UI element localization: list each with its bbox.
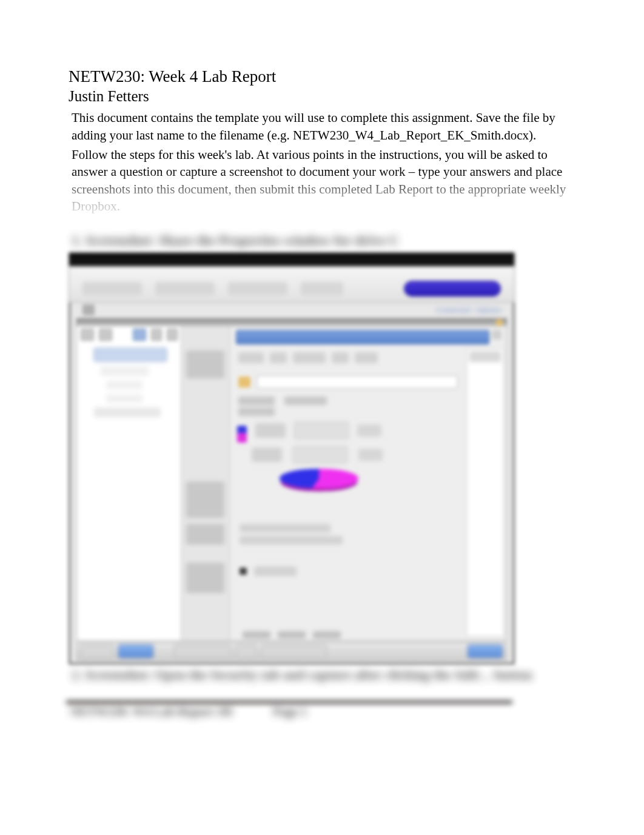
tree-node bbox=[106, 394, 143, 403]
actions-pane bbox=[466, 348, 504, 637]
legend-text bbox=[255, 423, 286, 438]
start-button bbox=[81, 645, 113, 658]
tree-pane bbox=[77, 326, 181, 640]
text-line bbox=[240, 536, 343, 545]
drive-icon bbox=[238, 377, 250, 387]
value bbox=[284, 397, 327, 405]
question-2-heading: 2. Screenshot: Open the Security tab and… bbox=[69, 667, 575, 683]
close-icon bbox=[492, 330, 501, 340]
instructions-block: This document contains the template you … bbox=[69, 109, 575, 215]
tab bbox=[301, 282, 343, 295]
text-line bbox=[240, 524, 330, 532]
legend-unit bbox=[358, 449, 383, 461]
browser-tab-strip bbox=[69, 266, 514, 303]
dialog-tab bbox=[355, 352, 378, 363]
legend-value bbox=[294, 422, 349, 439]
legend-unit bbox=[357, 424, 381, 437]
list-item bbox=[186, 563, 224, 593]
window-titlebar bbox=[69, 253, 514, 266]
address-row: Connected · Options bbox=[82, 304, 501, 316]
tree-node bbox=[94, 407, 161, 417]
instructions-paragraph-2: Follow the steps for this week's lab. At… bbox=[72, 146, 572, 215]
footer-rule bbox=[66, 700, 512, 704]
legend-text bbox=[252, 448, 282, 462]
mmc-toolbar bbox=[81, 329, 178, 341]
label bbox=[238, 407, 275, 416]
tree-node bbox=[106, 381, 143, 389]
actions-header bbox=[469, 351, 501, 362]
footer-left-text: NETW230: W4 Lab Report JH bbox=[70, 705, 232, 719]
field-labels bbox=[238, 394, 275, 418]
taskbar-button bbox=[174, 645, 231, 658]
list-item bbox=[186, 524, 224, 545]
properties-dialog bbox=[230, 326, 506, 640]
app-icon bbox=[82, 304, 95, 315]
tree-node-selected bbox=[94, 348, 167, 361]
toolbar-icon bbox=[133, 329, 146, 341]
taskbar-button bbox=[236, 645, 257, 658]
windows-taskbar bbox=[76, 642, 507, 660]
legend-value bbox=[293, 446, 347, 463]
taskbar-button bbox=[261, 645, 327, 658]
fwd-icon bbox=[99, 329, 112, 341]
report-author: Justin Fetters bbox=[69, 87, 575, 106]
instructions-paragraph-1: This document contains the template you … bbox=[72, 109, 572, 144]
toolbar-icon bbox=[151, 329, 162, 341]
space-legend-row-2 bbox=[252, 446, 454, 463]
list-item bbox=[186, 481, 224, 518]
list-item bbox=[186, 350, 224, 378]
footer-page-number: Page 1 bbox=[273, 705, 307, 719]
taskbar-button bbox=[118, 645, 153, 658]
cancel-button bbox=[278, 631, 306, 639]
dialog-lower bbox=[240, 520, 455, 580]
tab bbox=[82, 282, 142, 295]
checkbox-label bbox=[254, 566, 297, 576]
tab bbox=[228, 282, 287, 295]
toolbar-icon bbox=[167, 329, 178, 341]
vm-desktop bbox=[76, 326, 507, 641]
volume-name-row bbox=[238, 374, 458, 391]
volume-name-input bbox=[257, 375, 458, 389]
link-label: Connected · Options bbox=[99, 305, 501, 315]
back-icon bbox=[81, 329, 94, 341]
primary-blue-button bbox=[404, 281, 501, 297]
dialog-tab bbox=[270, 352, 287, 363]
embedded-screenshot: Connected · Options bbox=[69, 252, 515, 665]
dialog-tab bbox=[332, 352, 349, 363]
tab bbox=[155, 282, 215, 295]
dialog-tab bbox=[293, 352, 326, 363]
disk-usage-pie-chart bbox=[280, 469, 358, 488]
free-space-swatch bbox=[237, 433, 247, 443]
ok-button bbox=[243, 631, 270, 639]
tree-node bbox=[100, 366, 149, 376]
field-values bbox=[284, 394, 333, 407]
dialog-buttons-row bbox=[76, 631, 507, 640]
tray-clock bbox=[468, 645, 503, 658]
label bbox=[238, 397, 275, 405]
report-title: NETW230: Week 4 Lab Report bbox=[69, 67, 575, 86]
space-legend bbox=[232, 417, 458, 444]
dialog-titlebar bbox=[236, 330, 489, 344]
question-1-heading: 1. Screenshot: Share the Properties wind… bbox=[69, 233, 575, 249]
list-pane bbox=[181, 326, 230, 640]
checkbox-icon bbox=[240, 568, 247, 575]
dialog-tab-row bbox=[238, 352, 458, 364]
apply-button bbox=[313, 631, 341, 639]
dialog-tab bbox=[238, 352, 264, 363]
